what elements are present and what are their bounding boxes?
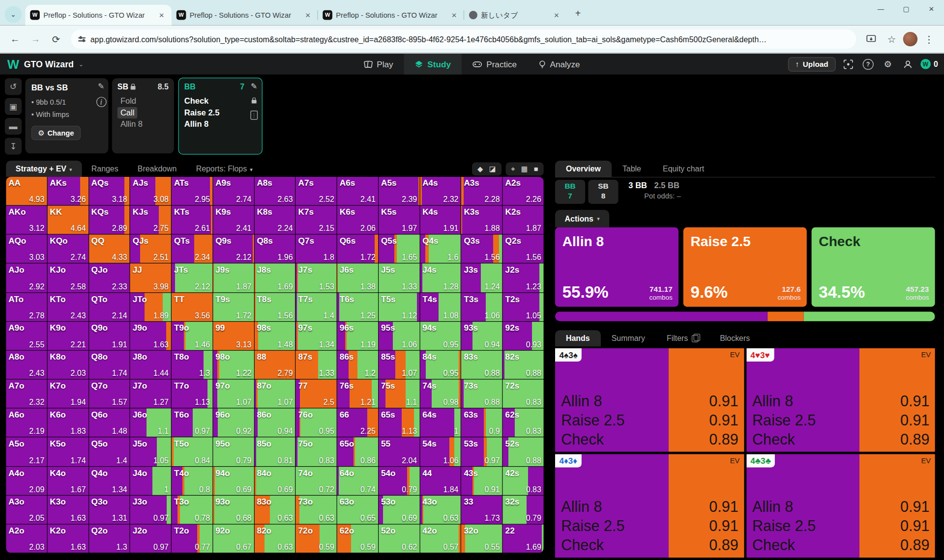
matrix-cell-93o[interactable]: 93o0.68 bbox=[213, 496, 254, 524]
action-card-check[interactable]: Check 34.5% 457.23combos bbox=[812, 227, 935, 307]
matrix-cell-J6s[interactable]: J6s1.38 bbox=[337, 264, 378, 292]
matrix-cell-72s[interactable]: 72s0.83 bbox=[503, 380, 544, 408]
edit-pencil-icon[interactable]: ✎ bbox=[251, 82, 257, 91]
profile-avatar[interactable] bbox=[903, 32, 917, 46]
browser-tab-3[interactable]: W Preflop - Solutions - GTO Wizar ✕ bbox=[318, 5, 465, 26]
chevron-down-icon[interactable]: ⌄ bbox=[79, 61, 84, 67]
matrix-cell-J3s[interactable]: J3s1.24 bbox=[462, 264, 502, 292]
matrix-cell-K2o[interactable]: K2o1.63 bbox=[47, 525, 88, 553]
matrix-cell-74o[interactable]: 74o0.72 bbox=[296, 467, 337, 495]
matrix-cell-63s[interactable]: 63s0.9 bbox=[462, 409, 502, 437]
matrix-cell-98s[interactable]: 98s1.48 bbox=[254, 322, 295, 350]
tab-table[interactable]: Table bbox=[612, 161, 652, 177]
sb-action-fold[interactable]: Fold bbox=[118, 96, 139, 105]
matrix-cell-92o[interactable]: 92o0.67 bbox=[213, 525, 254, 553]
matrix-cell-K3s[interactable]: K3s1.88 bbox=[462, 206, 502, 234]
matrix-cell-T8o[interactable]: T8o1.3 bbox=[172, 351, 212, 379]
matrix-cell-63o[interactable]: 63o0.65 bbox=[337, 496, 378, 524]
matrix-cell-Q7s[interactable]: Q7s1.8 bbox=[296, 235, 337, 263]
matrix-cell-93s[interactable]: 93s0.94 bbox=[462, 322, 502, 350]
matrix-cell-42o[interactable]: 42o0.57 bbox=[420, 525, 461, 553]
bb-node-card[interactable]: BB 7 Check Raise 2.5 Allin 8 ✎ ⋮ bbox=[178, 78, 262, 155]
matrix-cell-K4s[interactable]: K4s1.91 bbox=[420, 206, 461, 234]
matrix-cell-62o[interactable]: 62o0.59 bbox=[337, 525, 378, 553]
tab-search-button[interactable]: ⌄ bbox=[5, 6, 22, 23]
screenshot-icon[interactable] bbox=[841, 57, 855, 71]
matrix-cell-65s[interactable]: 65s1.13 bbox=[379, 409, 419, 437]
matrix-cell-85o[interactable]: 85o0.81 bbox=[254, 438, 295, 466]
matrix-cell-T3s[interactable]: T3s1.06 bbox=[462, 293, 502, 321]
matrix-cell-T8s[interactable]: T8s1.56 bbox=[254, 293, 295, 321]
change-button[interactable]: ⚙ Change bbox=[31, 126, 81, 140]
matrix-cell-K7o[interactable]: K7o1.94 bbox=[47, 380, 88, 408]
sb-action-call[interactable]: Call bbox=[118, 107, 138, 118]
matrix-cell-72o[interactable]: 72o0.59 bbox=[296, 525, 337, 553]
matrix-cell-KK[interactable]: KK4.64 bbox=[47, 206, 88, 234]
matrix-cell-75o[interactable]: 75o0.83 bbox=[296, 438, 337, 466]
save-icon[interactable]: ▣ bbox=[5, 98, 22, 115]
tab-filters[interactable]: Filters bbox=[656, 330, 709, 346]
matrix-cell-74s[interactable]: 74s0.98 bbox=[420, 380, 461, 408]
matrix-cell-J2o[interactable]: J2o0.97 bbox=[130, 525, 171, 553]
matrix-cell-54o[interactable]: 54o0.79 bbox=[379, 467, 419, 495]
matrix-cell-T4s[interactable]: T4s1.08 bbox=[420, 293, 461, 321]
matrix-cell-K8s[interactable]: K8s2.24 bbox=[254, 206, 295, 234]
hand-card-4♥3♥[interactable]: 4♥3♥EVAllin 80.91Raise 2.50.91Check0.89 bbox=[746, 348, 935, 452]
tab-reports-flops[interactable]: Reports: Flops▾ bbox=[186, 161, 262, 177]
hand-card-4♣3♣[interactable]: 4♣3♣EVAllin 80.91Raise 2.50.91Check0.89 bbox=[746, 454, 935, 558]
matrix-cell-Q8o[interactable]: Q8o1.74 bbox=[89, 351, 130, 379]
matrix-cell-95o[interactable]: 95o0.79 bbox=[213, 438, 254, 466]
matrix-cell-AA[interactable]: AA4.93 bbox=[6, 177, 47, 205]
half-matrix-icon[interactable]: ◪ bbox=[489, 165, 496, 173]
matrix-cell-T6o[interactable]: T6o0.97 bbox=[172, 409, 212, 437]
help-icon[interactable]: ? bbox=[861, 57, 875, 71]
settings-gear-icon[interactable]: ⚙ bbox=[881, 57, 895, 71]
matrix-cell-Q6s[interactable]: Q6s1.72 bbox=[337, 235, 378, 263]
matrix-cell-Q8s[interactable]: Q8s1.96 bbox=[254, 235, 295, 263]
matrix-cell-T2s[interactable]: T2s1.05 bbox=[503, 293, 544, 321]
matrix-cell-76s[interactable]: 76s1.21 bbox=[337, 380, 378, 408]
matrix-cell-A9s[interactable]: A9s2.74 bbox=[213, 177, 254, 205]
matrix-cell-JTo[interactable]: JTo1.89 bbox=[130, 293, 171, 321]
matrix-cell-44[interactable]: 441.84 bbox=[420, 467, 461, 495]
matrix-cell-82o[interactable]: 82o0.63 bbox=[254, 525, 295, 553]
matrix-cell-82s[interactable]: 82s0.88 bbox=[503, 351, 544, 379]
matrix-cell-A5o[interactable]: A5o2.17 bbox=[6, 438, 47, 466]
matrix-cell-T9o[interactable]: T9o1.46 bbox=[172, 322, 212, 350]
matrix-cell-K9s[interactable]: K9s2.41 bbox=[213, 206, 254, 234]
matrix-cell-KJo[interactable]: KJo2.58 bbox=[47, 264, 88, 292]
matrix-cell-64o[interactable]: 64o0.74 bbox=[337, 467, 378, 495]
tab-breakdown[interactable]: Breakdown bbox=[128, 161, 186, 177]
matrix-cell-KQs[interactable]: KQs2.89 bbox=[89, 206, 130, 234]
matrix-cell-ATs[interactable]: ATs2.95 bbox=[172, 177, 212, 205]
matrix-cell-Q4s[interactable]: Q4s1.6 bbox=[420, 235, 461, 263]
matrix-cell-Q2o[interactable]: Q2o1.3 bbox=[89, 525, 130, 553]
matrix-cell-K2s[interactable]: K2s1.87 bbox=[503, 206, 544, 234]
upload-button[interactable]: ↑ Upload bbox=[788, 57, 835, 71]
matrix-cell-85s[interactable]: 85s1.07 bbox=[379, 351, 419, 379]
matrix-cell-J7o[interactable]: J7o1.27 bbox=[130, 380, 171, 408]
matrix-cell-K9o[interactable]: K9o2.21 bbox=[47, 322, 88, 350]
browser-tab-1[interactable]: W Preflop - Solutions - GTO Wizar ✕ bbox=[25, 5, 172, 26]
bb-action-allin[interactable]: Allin 8 bbox=[184, 118, 257, 130]
matrix-cell-A2o[interactable]: A2o2.03 bbox=[6, 525, 47, 553]
matrix-cell-54s[interactable]: 54s1.06 bbox=[420, 438, 461, 466]
matrix-cell-KTs[interactable]: KTs2.61 bbox=[172, 206, 212, 234]
suit-display-icon[interactable]: ◆ bbox=[477, 165, 483, 173]
matrix-cell-T9s[interactable]: T9s1.72 bbox=[213, 293, 254, 321]
info-icon[interactable]: i bbox=[96, 97, 106, 107]
account-icon[interactable] bbox=[901, 57, 915, 71]
tab-hands[interactable]: Hands bbox=[555, 330, 601, 346]
matrix-cell-Q3o[interactable]: Q3o1.31 bbox=[89, 496, 130, 524]
matrix-cell-QJs[interactable]: QJs2.51 bbox=[130, 235, 171, 263]
matrix-cell-QTo[interactable]: QTo2.14 bbox=[89, 293, 130, 321]
matrix-cell-J8o[interactable]: J8o1.44 bbox=[130, 351, 171, 379]
matrix-cell-87s[interactable]: 87s1.33 bbox=[296, 351, 337, 379]
matrix-cell-53o[interactable]: 53o0.69 bbox=[379, 496, 419, 524]
install-app-icon[interactable] bbox=[862, 30, 880, 48]
matrix-cell-T5o[interactable]: T5o0.84 bbox=[172, 438, 212, 466]
matrix-cell-55[interactable]: 552.04 bbox=[379, 438, 419, 466]
matrix-cell-62s[interactable]: 62s0.83 bbox=[503, 409, 544, 437]
matrix-cell-TT[interactable]: TT3.56 bbox=[172, 293, 212, 321]
matrix-cell-JJ[interactable]: JJ3.98 bbox=[130, 264, 171, 292]
